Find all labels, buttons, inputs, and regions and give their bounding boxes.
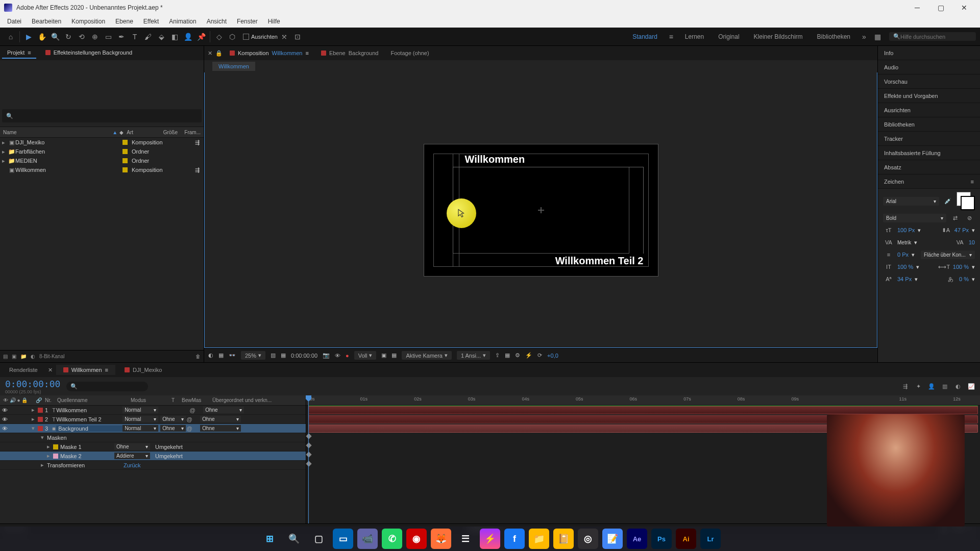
taskbar-app[interactable]: 📝	[602, 529, 623, 549]
mask-row[interactable]: ▸ Maske 1 Ohne▾ Umgekehrt	[0, 442, 306, 452]
workspace-learn[interactable]: Lernen	[678, 28, 711, 46]
new-folder-icon[interactable]: 📁	[20, 354, 27, 359]
frame-blend-icon[interactable]: ▥	[941, 383, 948, 390]
panel-effects-presets[interactable]: Effekte und Vorgaben	[878, 89, 980, 103]
layer-row[interactable]: 👁 ▸ 1 T Willkommen Normal▾ @ Ohne▾	[0, 406, 306, 415]
taskbar-app[interactable]: 📔	[553, 529, 574, 549]
fast-preview-icon[interactable]: ⚡	[525, 352, 532, 359]
shy-icon[interactable]: 👤	[928, 383, 935, 390]
transparency-icon[interactable]: ▦	[391, 352, 397, 359]
tab-footage[interactable]: Footage (ohne)	[385, 48, 434, 58]
composition-viewer[interactable]: Willkommen Willkommen Teil 2	[204, 72, 877, 348]
snap2-tool-icon[interactable]: ⬡	[226, 30, 239, 43]
puppet-tool-icon[interactable]: 📌	[194, 30, 208, 43]
window-close[interactable]: ✕	[952, 0, 976, 15]
taskbar-photoshop[interactable]: Ps	[651, 529, 672, 549]
panel-content-fill[interactable]: Inhaltsbasierte Füllung	[878, 146, 980, 160]
window-minimize[interactable]: ─	[905, 0, 929, 15]
close-tab-icon[interactable]: ✕	[206, 49, 213, 57]
time-ruler[interactable]: 00s 01s 02s 03s 04s 05s 06s 07s 08s 09s …	[306, 395, 980, 406]
col-name[interactable]: Name	[0, 130, 109, 135]
visibility-toggle[interactable]: 👁	[0, 407, 7, 413]
col-size[interactable]: Größe	[160, 130, 182, 135]
taskbar-app[interactable]: ☰	[455, 529, 476, 549]
project-item[interactable]: ▣ Willkommen Komposition ⇶	[0, 165, 204, 174]
trash-icon[interactable]: 🗑	[195, 354, 201, 359]
transform-group[interactable]: ▸ Transformieren Zurück	[0, 461, 306, 470]
layer-color-swatch[interactable]	[38, 408, 43, 413]
project-item[interactable]: ▸📁 Farbflächen Ordner	[0, 147, 204, 156]
tracking-value[interactable]: 10	[969, 239, 975, 245]
kerning-value[interactable]: Metrik	[897, 240, 911, 245]
stamp-tool-icon[interactable]: ⬙	[155, 30, 168, 43]
channel-icon[interactable]: ▦	[218, 352, 224, 359]
hand-tool-icon[interactable]: ✋	[35, 30, 48, 43]
renderer-icon[interactable]: ⚙	[515, 352, 520, 359]
lock-icon[interactable]: 🔒	[215, 49, 223, 57]
workspace-standard[interactable]: Standard	[625, 28, 665, 46]
panel-character[interactable]: Zeichen≡	[878, 174, 980, 189]
brush-tool-icon[interactable]: 🖌	[141, 30, 155, 43]
share-icon[interactable]: ⇪	[495, 352, 500, 359]
draft3d-icon[interactable]: ✦	[915, 383, 922, 390]
panel-paragraph[interactable]: Absatz	[878, 160, 980, 174]
tsume-value[interactable]: 0 %	[959, 276, 969, 282]
font-style-select[interactable]: Bold▾	[883, 214, 946, 222]
views-select[interactable]: 1 Ansi...▾	[457, 351, 490, 360]
blend-mode-select[interactable]: Normal▾	[122, 425, 158, 432]
panel-info[interactable]: Info	[878, 46, 980, 60]
mask-icon[interactable]: 👓	[229, 352, 236, 359]
close-tab-icon[interactable]: ✕	[47, 366, 54, 373]
time-display[interactable]: 0:00:00:00	[291, 353, 317, 359]
taskbar-messenger[interactable]: ⚡	[480, 529, 500, 549]
comp-flowchart-icon[interactable]: ⇶	[901, 383, 909, 390]
taskbar-illustrator[interactable]: Ai	[676, 529, 696, 549]
reset-exposure-icon[interactable]: ⟳	[537, 352, 542, 359]
shape-tool-icon[interactable]: ▭	[102, 30, 115, 43]
timeline-search[interactable]: 🔍	[66, 382, 148, 391]
interpret-footage-icon[interactable]: ▤	[3, 354, 8, 359]
roi-icon[interactable]: ▣	[381, 352, 386, 359]
snapping-icon[interactable]: ⤧	[278, 30, 291, 43]
workspace-settings-icon[interactable]: ▦	[871, 30, 884, 43]
pen-tool-icon[interactable]: ✒	[115, 30, 128, 43]
blend-mode-select[interactable]: Normal▾	[122, 407, 158, 413]
tab-composition[interactable]: Komposition Willkommen ≡	[225, 48, 314, 58]
flowchart-icon[interactable]: ⇶	[195, 167, 200, 173]
project-search[interactable]: 🔍	[2, 109, 202, 122]
leading-value[interactable]: 47 Px	[954, 227, 969, 233]
workspace-libraries[interactable]: Bibliotheken	[810, 28, 857, 46]
menu-help[interactable]: Hilfe	[263, 15, 285, 28]
visibility-toggle[interactable]: 👁	[0, 416, 7, 422]
taskbar-app[interactable]: ◉	[406, 529, 427, 549]
taskbar-lightroom[interactable]: Lr	[700, 529, 721, 549]
current-time[interactable]: 0:00:00:00	[5, 379, 60, 389]
rgb-icon[interactable]: ●	[346, 353, 349, 359]
taskbar-app[interactable]: 📹	[357, 529, 378, 549]
panel-libraries[interactable]: Bibliotheken	[878, 117, 980, 132]
flowchart-icon[interactable]: ⇶	[195, 139, 200, 146]
workspace-menu-icon[interactable]: ≡	[665, 30, 678, 43]
stroke-width-value[interactable]: 0 Px	[897, 252, 909, 258]
selection-tool-icon[interactable]: ▶	[22, 30, 35, 43]
trkmat-select[interactable]: Ohne▾	[160, 425, 186, 432]
layer-color-swatch[interactable]	[38, 426, 43, 431]
tab-layer[interactable]: Ebene Background	[316, 48, 384, 58]
panel-preview[interactable]: Vorschau	[878, 74, 980, 89]
tab-project[interactable]: Projekt ≡	[2, 47, 36, 59]
help-search[interactable]: 🔍	[889, 32, 976, 41]
tab-timeline-comp[interactable]: Willkommen≡	[56, 365, 115, 375]
snapping2-icon[interactable]: ⊡	[291, 30, 304, 43]
adjustment-icon[interactable]: ◐	[31, 354, 35, 359]
text-tool-icon[interactable]: T	[128, 30, 141, 43]
visibility-toggle[interactable]: 👁	[0, 425, 7, 432]
menu-view[interactable]: Ansicht	[202, 15, 232, 28]
layer-bar[interactable]	[308, 406, 978, 414]
menu-effect[interactable]: Effekt	[138, 15, 164, 28]
baseline-value[interactable]: 34 Px	[897, 276, 912, 282]
eraser-tool-icon[interactable]: ◧	[168, 30, 181, 43]
taskbar-explorer[interactable]: 📁	[529, 529, 549, 549]
graph-editor-icon[interactable]: 📈	[968, 383, 975, 390]
panel-tracker[interactable]: Tracker	[878, 132, 980, 146]
workspace-original[interactable]: Original	[711, 28, 746, 46]
